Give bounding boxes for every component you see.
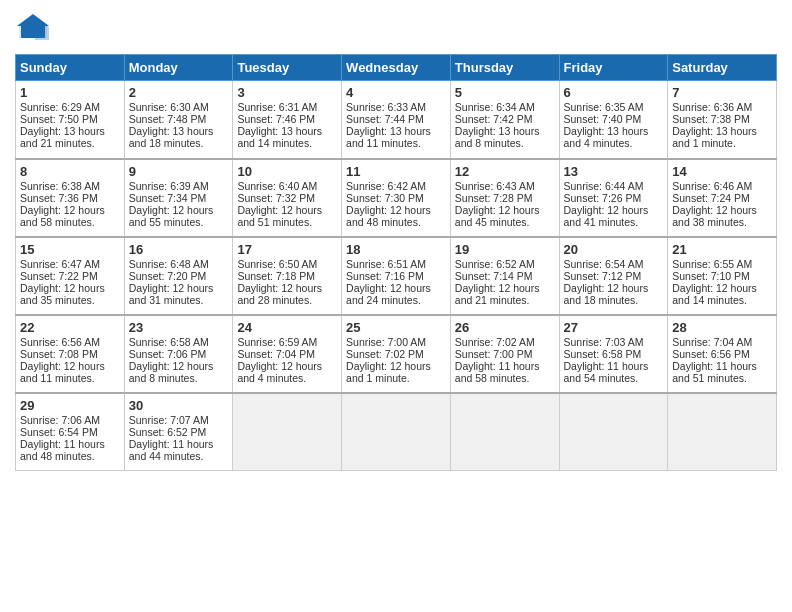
sunrise-time: Sunrise: 6:55 AM (672, 258, 752, 270)
logo-icon (15, 10, 51, 46)
daylight-hours: Daylight: 12 hours and 28 minutes. (237, 282, 322, 306)
calendar-cell: 27Sunrise: 7:03 AMSunset: 6:58 PMDayligh… (559, 315, 668, 393)
calendar-cell: 30Sunrise: 7:07 AMSunset: 6:52 PMDayligh… (124, 393, 233, 471)
daylight-hours: Daylight: 11 hours and 44 minutes. (129, 438, 214, 462)
daylight-hours: Daylight: 12 hours and 8 minutes. (129, 360, 214, 384)
calendar-cell: 5Sunrise: 6:34 AMSunset: 7:42 PMDaylight… (450, 81, 559, 159)
sunset-time: Sunset: 7:46 PM (237, 113, 315, 125)
calendar-cell: 22Sunrise: 6:56 AMSunset: 7:08 PMDayligh… (16, 315, 125, 393)
calendar-cell: 12Sunrise: 6:43 AMSunset: 7:28 PMDayligh… (450, 159, 559, 237)
day-number: 30 (129, 398, 229, 413)
day-number: 20 (564, 242, 664, 257)
sunset-time: Sunset: 7:44 PM (346, 113, 424, 125)
sunset-time: Sunset: 6:52 PM (129, 426, 207, 438)
sunrise-time: Sunrise: 7:04 AM (672, 336, 752, 348)
calendar-cell (559, 393, 668, 471)
day-number: 22 (20, 320, 120, 335)
sunrise-time: Sunrise: 6:48 AM (129, 258, 209, 270)
sunset-time: Sunset: 7:14 PM (455, 270, 533, 282)
daylight-hours: Daylight: 12 hours and 55 minutes. (129, 204, 214, 228)
day-header-wednesday: Wednesday (342, 55, 451, 81)
day-number: 23 (129, 320, 229, 335)
sunset-time: Sunset: 7:50 PM (20, 113, 98, 125)
sunset-time: Sunset: 6:56 PM (672, 348, 750, 360)
svg-marker-4 (17, 14, 49, 26)
daylight-hours: Daylight: 11 hours and 48 minutes. (20, 438, 105, 462)
day-number: 25 (346, 320, 446, 335)
calendar-cell: 2Sunrise: 6:30 AMSunset: 7:48 PMDaylight… (124, 81, 233, 159)
sunset-time: Sunset: 7:30 PM (346, 192, 424, 204)
day-header-sunday: Sunday (16, 55, 125, 81)
sunrise-time: Sunrise: 6:58 AM (129, 336, 209, 348)
calendar-cell: 29Sunrise: 7:06 AMSunset: 6:54 PMDayligh… (16, 393, 125, 471)
sunset-time: Sunset: 7:06 PM (129, 348, 207, 360)
logo (15, 10, 55, 46)
calendar-cell: 8Sunrise: 6:38 AMSunset: 7:36 PMDaylight… (16, 159, 125, 237)
daylight-hours: Daylight: 11 hours and 54 minutes. (564, 360, 649, 384)
day-header-friday: Friday (559, 55, 668, 81)
sunset-time: Sunset: 7:42 PM (455, 113, 533, 125)
day-number: 18 (346, 242, 446, 257)
calendar-cell: 28Sunrise: 7:04 AMSunset: 6:56 PMDayligh… (668, 315, 777, 393)
sunrise-time: Sunrise: 7:07 AM (129, 414, 209, 426)
day-number: 13 (564, 164, 664, 179)
sunset-time: Sunset: 6:54 PM (20, 426, 98, 438)
header (15, 10, 777, 46)
sunrise-time: Sunrise: 6:56 AM (20, 336, 100, 348)
daylight-hours: Daylight: 12 hours and 45 minutes. (455, 204, 540, 228)
sunrise-time: Sunrise: 6:29 AM (20, 101, 100, 113)
day-number: 1 (20, 85, 120, 100)
calendar-cell: 3Sunrise: 6:31 AMSunset: 7:46 PMDaylight… (233, 81, 342, 159)
day-number: 29 (20, 398, 120, 413)
calendar-cell: 25Sunrise: 7:00 AMSunset: 7:02 PMDayligh… (342, 315, 451, 393)
sunset-time: Sunset: 7:22 PM (20, 270, 98, 282)
sunrise-time: Sunrise: 6:52 AM (455, 258, 535, 270)
sunset-time: Sunset: 7:20 PM (129, 270, 207, 282)
calendar-cell (668, 393, 777, 471)
day-number: 10 (237, 164, 337, 179)
day-number: 11 (346, 164, 446, 179)
calendar-cell: 24Sunrise: 6:59 AMSunset: 7:04 PMDayligh… (233, 315, 342, 393)
sunset-time: Sunset: 7:02 PM (346, 348, 424, 360)
calendar-cell: 4Sunrise: 6:33 AMSunset: 7:44 PMDaylight… (342, 81, 451, 159)
day-number: 8 (20, 164, 120, 179)
daylight-hours: Daylight: 12 hours and 4 minutes. (237, 360, 322, 384)
svg-rect-3 (21, 24, 45, 38)
sunrise-time: Sunrise: 7:03 AM (564, 336, 644, 348)
daylight-hours: Daylight: 12 hours and 35 minutes. (20, 282, 105, 306)
daylight-hours: Daylight: 12 hours and 51 minutes. (237, 204, 322, 228)
calendar-cell (342, 393, 451, 471)
daylight-hours: Daylight: 13 hours and 14 minutes. (237, 125, 322, 149)
day-header-thursday: Thursday (450, 55, 559, 81)
daylight-hours: Daylight: 12 hours and 11 minutes. (20, 360, 105, 384)
sunrise-time: Sunrise: 6:42 AM (346, 180, 426, 192)
calendar-table: SundayMondayTuesdayWednesdayThursdayFrid… (15, 54, 777, 471)
daylight-hours: Daylight: 12 hours and 31 minutes. (129, 282, 214, 306)
sunset-time: Sunset: 7:36 PM (20, 192, 98, 204)
calendar-cell: 17Sunrise: 6:50 AMSunset: 7:18 PMDayligh… (233, 237, 342, 315)
daylight-hours: Daylight: 13 hours and 1 minute. (672, 125, 757, 149)
calendar-cell: 23Sunrise: 6:58 AMSunset: 7:06 PMDayligh… (124, 315, 233, 393)
sunset-time: Sunset: 7:08 PM (20, 348, 98, 360)
sunrise-time: Sunrise: 6:39 AM (129, 180, 209, 192)
sunset-time: Sunset: 7:18 PM (237, 270, 315, 282)
day-number: 16 (129, 242, 229, 257)
daylight-hours: Daylight: 12 hours and 18 minutes. (564, 282, 649, 306)
day-number: 7 (672, 85, 772, 100)
sunset-time: Sunset: 7:12 PM (564, 270, 642, 282)
daylight-hours: Daylight: 12 hours and 48 minutes. (346, 204, 431, 228)
day-number: 26 (455, 320, 555, 335)
sunrise-time: Sunrise: 6:35 AM (564, 101, 644, 113)
calendar-cell: 26Sunrise: 7:02 AMSunset: 7:00 PMDayligh… (450, 315, 559, 393)
calendar-cell (233, 393, 342, 471)
sunset-time: Sunset: 7:24 PM (672, 192, 750, 204)
sunset-time: Sunset: 7:48 PM (129, 113, 207, 125)
sunrise-time: Sunrise: 6:51 AM (346, 258, 426, 270)
calendar-cell: 20Sunrise: 6:54 AMSunset: 7:12 PMDayligh… (559, 237, 668, 315)
sunrise-time: Sunrise: 7:00 AM (346, 336, 426, 348)
daylight-hours: Daylight: 13 hours and 18 minutes. (129, 125, 214, 149)
day-number: 3 (237, 85, 337, 100)
sunrise-time: Sunrise: 6:33 AM (346, 101, 426, 113)
daylight-hours: Daylight: 12 hours and 41 minutes. (564, 204, 649, 228)
sunrise-time: Sunrise: 6:34 AM (455, 101, 535, 113)
